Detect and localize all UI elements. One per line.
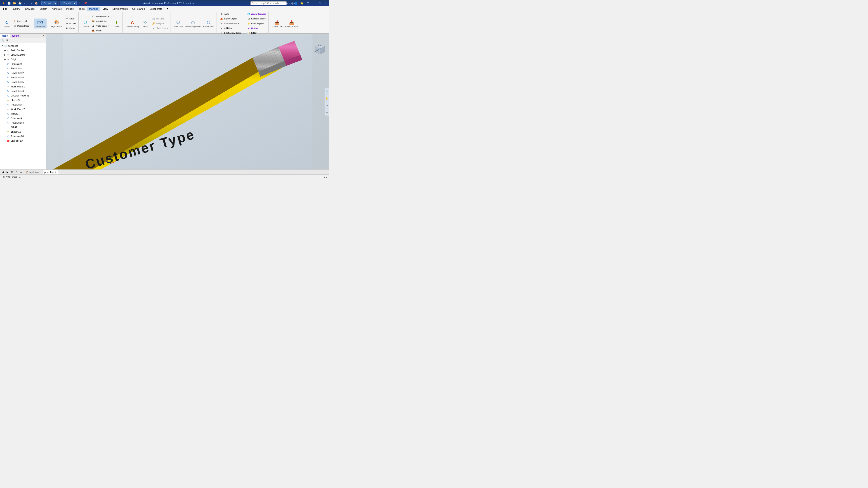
display-mode-dropdown[interactable]: *Smooth xyxy=(60,1,76,5)
extras-btn[interactable]: + xyxy=(78,1,82,5)
save-btn-quick[interactable]: 💾 xyxy=(18,1,22,5)
import-btn[interactable]: 📥 Import xyxy=(90,29,112,33)
viewcube-svg[interactable]: BACK BOTTOM xyxy=(313,43,327,57)
insert-object-btn[interactable]: 📦 Insert Object xyxy=(90,19,112,24)
menu-environments[interactable]: Environments xyxy=(110,7,130,11)
itrigger-btn[interactable]: ▶ iTrigger xyxy=(246,26,267,31)
tree-item-extrusion1[interactable]: ▶ ⬡ Extrusion1 xyxy=(0,62,46,66)
viewport[interactable]: Customer Type xyxy=(46,34,329,169)
navigator-btn[interactable]: 🧭 Navigator xyxy=(150,21,169,26)
home-btn[interactable]: 🏠 xyxy=(34,1,38,5)
sidebar-tab-model[interactable]: Model xyxy=(0,34,10,38)
tree-item-circular-pattern1[interactable]: ▶ ⬡ Circular Pattern1 xyxy=(0,93,46,98)
menu-file[interactable]: File xyxy=(1,7,9,11)
create-ipart-btn[interactable]: ⬡ Create iPart xyxy=(202,19,215,29)
export-objects-btn[interactable]: 📤 Export Objects xyxy=(219,17,242,21)
event-triggers-btn[interactable]: ⚡ Event Triggers xyxy=(246,21,267,26)
tree-item-revolution1[interactable]: ▶ ↻ Revolution1 xyxy=(0,66,46,71)
search-tree-btn[interactable]: 🔍 xyxy=(1,38,5,42)
tree-item-origin[interactable]: ▶ ✦ Origin xyxy=(0,57,46,62)
parameters-btn[interactable]: f(x) Parameters xyxy=(34,19,46,29)
angle-equal-btn[interactable]: ∠ Angle_equal ▾ xyxy=(90,24,112,28)
tree-item-sketch19[interactable]: ▶ ✏ Sketch19 xyxy=(0,129,46,134)
attach-btn[interactable]: 📎 Attach xyxy=(141,19,150,29)
expand-pencil[interactable]: ▼ xyxy=(1,44,4,47)
expand-solid[interactable]: ▶ xyxy=(4,49,6,52)
menu-sketch[interactable]: Sketch xyxy=(37,7,50,11)
menu-3dmodel[interactable]: 3D Model xyxy=(22,7,37,11)
nav-pan-btn[interactable]: ✋ xyxy=(324,95,329,102)
update-btn[interactable]: ↻ Update xyxy=(2,19,11,29)
menu-inspect[interactable]: Inspect xyxy=(64,7,76,11)
tree-item-end-of-part[interactable]: ▶ 🔴 End of Part xyxy=(0,138,46,143)
tree-item-revolution8[interactable]: ▶ ↻ Revolution8 xyxy=(0,121,46,125)
box-crop-btn[interactable]: ⬜ Box Crop xyxy=(150,17,169,21)
nav-right-btn[interactable]: ▶ xyxy=(5,170,9,174)
tree-item-solid-bodies[interactable]: ▶ ⬡ Solid Bodies(1) xyxy=(0,48,46,53)
visual-style-dropdown[interactable]: Generic xyxy=(41,1,57,5)
cloud-point-btn[interactable]: ☁ Cloud Point ▾ xyxy=(150,26,169,31)
tree-item-fillet1[interactable]: ▶ ⌒ Fillet1 xyxy=(0,125,46,129)
autodesk-recap-btn[interactable]: A Autodesk ReCap xyxy=(124,19,140,29)
menu-factory[interactable]: Factory xyxy=(9,7,22,11)
extract-ifeature-btn[interactable]: ⬡ Extract iFeature xyxy=(246,17,267,21)
redo-btn[interactable]: ↪ xyxy=(29,1,33,5)
menu-collaborate[interactable]: Collaborate xyxy=(147,7,164,11)
account-btn[interactable]: 👤 xyxy=(294,1,298,5)
menu-tools[interactable]: Tools xyxy=(76,7,87,11)
update-mass-btn[interactable]: ⊞ Update Mass xyxy=(12,24,30,28)
viewport-canvas[interactable]: Customer Type xyxy=(46,34,329,169)
update-styles-btn[interactable]: ↻ Update xyxy=(64,21,77,26)
nav-left-btn[interactable]: ◀ xyxy=(1,170,5,174)
add-rule-btn[interactable]: + Add Rule xyxy=(219,26,242,31)
undo-btn[interactable]: ↩ xyxy=(23,1,28,5)
close-btn[interactable]: ✕ xyxy=(323,1,328,5)
pencil-ipt-tab[interactable]: pencil.ipt ✕ xyxy=(42,170,59,174)
tree-item-revolution7[interactable]: ▶ ↻ Revolution7 xyxy=(0,102,46,107)
tree-item-revolution6[interactable]: ▶ ↻ Revolution6 xyxy=(0,89,46,93)
make-components-btn[interactable]: ⬡ Make Components xyxy=(184,19,202,29)
tree-item-revolution5[interactable]: ▶ ↻ Revolution5 xyxy=(0,80,46,84)
expand-view[interactable]: ▶ xyxy=(4,54,6,56)
tree-item-workplane1[interactable]: ▶ ▱ Work Plane1 xyxy=(0,84,46,89)
menu-manage[interactable]: Manage xyxy=(87,7,100,11)
publish-part-btn[interactable]: 📤 Publish Part xyxy=(270,19,284,29)
tree-options-btn[interactable]: ☰ xyxy=(5,38,9,42)
help-search-input[interactable] xyxy=(250,1,287,5)
nav-layout-btn[interactable]: ⊟ xyxy=(14,170,19,174)
doc-tab-close-btn[interactable]: ✕ xyxy=(55,171,57,173)
styles-editor-btn[interactable]: 🎨 Styles Editor xyxy=(50,19,64,29)
tree-item-mirror1[interactable]: ▶ ⬡ Mirror1 xyxy=(0,111,46,116)
ilogic-browser-btn[interactable]: 🌐 iLogic Browser xyxy=(246,12,267,16)
tree-item-revolution2[interactable]: ▶ ↻ Revolution2 xyxy=(0,71,46,75)
save-styles-btn[interactable]: 💾 Save xyxy=(64,17,77,21)
sidebar-tab-ilogic[interactable]: iLogic xyxy=(10,34,21,38)
feature-btn[interactable]: ⬡ Feature xyxy=(81,19,90,29)
tree-item-extrusion4[interactable]: ▶ ⬡ Extrusion4 xyxy=(0,116,46,121)
batch-publish-btn[interactable]: 📤 Batch Publish xyxy=(284,19,299,29)
menu-view[interactable]: View xyxy=(100,7,110,11)
menu-more[interactable]: ▾ xyxy=(164,7,170,11)
tree-item-view-master[interactable]: ▶ 👁 View: Master xyxy=(0,53,46,57)
subscribe-btn[interactable]: ⭐ xyxy=(300,1,304,5)
expand-origin[interactable]: ▶ xyxy=(4,58,6,61)
structural-shape-btn[interactable]: H Structural Shape xyxy=(219,21,242,26)
imate-btn[interactable]: ⚙ iMate xyxy=(219,12,242,16)
nav-grid-btn[interactable]: ⊞ xyxy=(10,170,14,174)
menu-getstarted[interactable]: Get Started xyxy=(130,7,147,11)
tree-item-revolution4[interactable]: ▶ ↻ Revolution4 xyxy=(0,75,46,80)
my-home-tab[interactable]: 🏠 My Home xyxy=(24,170,42,174)
nav-zoom-btn[interactable]: 🔍 xyxy=(324,88,329,95)
tree-item-workplane2[interactable]: ▶ ▱ Work Plane2 xyxy=(0,107,46,111)
tree-item-pencil-ipt[interactable]: ▼ 📄 pencil.ipt xyxy=(0,43,46,48)
menu-annotate[interactable]: Annotate xyxy=(50,7,64,11)
nav-orbit-btn[interactable]: ↺ xyxy=(324,102,329,109)
tree-item-extrusion10[interactable]: ▶ ⬡ Extrusion10 xyxy=(0,134,46,138)
insert-ifeature-btn[interactable]: ⬡ Insert iFeature ▾ xyxy=(90,14,112,19)
viewcube[interactable]: BACK BOTTOM xyxy=(313,43,327,57)
minimize-btn[interactable]: − xyxy=(311,1,316,5)
purge-btn[interactable]: 🗑 Purge xyxy=(64,26,77,31)
tree-item-sketch9[interactable]: ▶ ✏ Sketch9 xyxy=(0,98,46,102)
new-btn[interactable]: 📄 xyxy=(7,1,11,5)
open-btn[interactable]: 📂 xyxy=(12,1,17,5)
